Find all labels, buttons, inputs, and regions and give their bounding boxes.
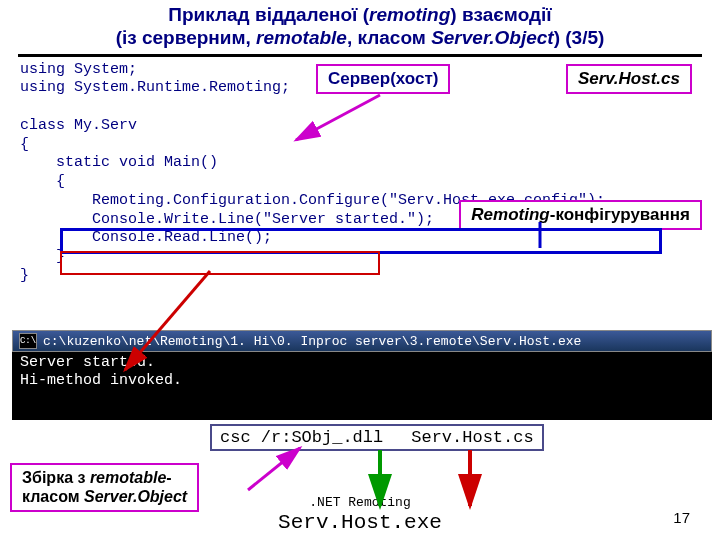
footer-exe: Serv.Host.exe [278, 511, 442, 534]
console-icon: C:\ [19, 333, 37, 349]
page-number: 17 [673, 509, 690, 526]
console-title-text: c:\kuzenko\net\Remoting\1. Hi\0. Inproc … [43, 334, 581, 349]
slide-title: Приклад віддаленої (remoting) взаємодії … [0, 0, 720, 52]
compile-command-right: Serv.Host.cs [411, 428, 533, 447]
footer: .NET Remoting Serv.Host.exe [0, 493, 720, 534]
console-titlebar: C:\ c:\kuzenko\net\Remoting\1. Hi\0. Inp… [12, 330, 712, 352]
highlight-writeline [60, 251, 380, 275]
svg-line-2 [248, 448, 300, 490]
label-server-host: Сервер(хост) [316, 64, 450, 94]
console-output: Server started. Hi-method invoked. [12, 352, 712, 420]
compile-command-left: csc /r:SObj_.dll [220, 428, 383, 447]
console-window: C:\ c:\kuzenko\net\Remoting\1. Hi\0. Inp… [12, 330, 712, 420]
compile-command: csc /r:SObj_.dll Serv.Host.cs [210, 424, 544, 451]
footer-category: .NET Remoting [309, 495, 410, 510]
label-filename: Serv.Host.cs [566, 64, 692, 94]
label-remoting-config: Remoting-конфігурування [459, 200, 702, 230]
